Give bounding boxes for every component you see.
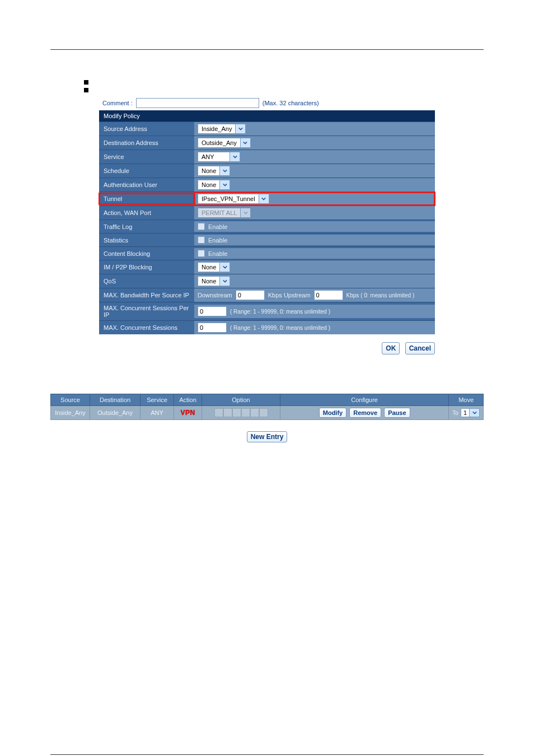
comment-input[interactable] bbox=[136, 98, 259, 108]
ok-button[interactable]: OK bbox=[382, 342, 400, 354]
select-value: PERMIT ALL bbox=[198, 209, 240, 216]
action-wan-select[interactable]: PERMIT ALL bbox=[198, 208, 251, 218]
action-wan-label: Action, WAN Port bbox=[99, 207, 194, 218]
max-sess-ip-label: MAX. Concurrent Sessions Per IP bbox=[99, 302, 194, 320]
tunnel-label: Tunnel bbox=[99, 193, 194, 204]
comment-row: Comment : (Max. 32 characters) bbox=[99, 96, 435, 110]
enable-text: Enable bbox=[208, 223, 227, 230]
max-bw-label: MAX. Bandwidth Per Source IP bbox=[99, 290, 194, 301]
source-address-select[interactable]: Inside_Any bbox=[198, 124, 246, 134]
select-value: None bbox=[198, 167, 219, 174]
bottom-divider bbox=[50, 754, 484, 755]
option-slot bbox=[241, 408, 250, 417]
source-address-label: Source Address bbox=[99, 123, 194, 134]
th-destination: Destination bbox=[90, 394, 140, 406]
upstream-input[interactable] bbox=[314, 290, 343, 300]
qos-label: QoS bbox=[99, 276, 194, 287]
bw-hint: Kbps ( 0: means unlimited ) bbox=[346, 292, 415, 298]
select-value: None bbox=[198, 264, 219, 270]
chevron-down-icon bbox=[469, 409, 479, 417]
pause-button[interactable]: Pause bbox=[384, 408, 410, 418]
th-source: Source bbox=[51, 394, 90, 406]
move-to-label: To bbox=[452, 410, 458, 416]
cell-service: ANY bbox=[140, 406, 174, 420]
im-p2p-label: IM / P2P Blocking bbox=[99, 262, 194, 273]
vpn-badge: VPN bbox=[180, 409, 195, 417]
chevron-down-icon bbox=[219, 277, 229, 286]
cell-destination: Outside_Any bbox=[90, 406, 140, 420]
enable-text: Enable bbox=[208, 250, 227, 257]
move-select[interactable]: 1 bbox=[461, 408, 480, 417]
select-value: Outside_Any bbox=[198, 139, 240, 146]
cell-move: To 1 bbox=[449, 406, 484, 420]
comment-label: Comment : bbox=[102, 100, 133, 106]
top-divider bbox=[50, 49, 484, 50]
downstream-label: Downstream bbox=[198, 292, 232, 298]
max-sess-input[interactable] bbox=[198, 323, 227, 333]
select-value: None bbox=[198, 181, 219, 188]
destination-address-label: Destination Address bbox=[99, 137, 194, 148]
th-action: Action bbox=[174, 394, 202, 406]
option-slot bbox=[214, 408, 223, 417]
select-value: None bbox=[198, 278, 219, 284]
downstream-input[interactable] bbox=[236, 290, 265, 300]
chevron-down-icon bbox=[240, 208, 250, 217]
option-slot bbox=[232, 408, 241, 417]
statistics-label: Statistics bbox=[99, 235, 194, 246]
option-slot bbox=[250, 408, 259, 417]
th-service: Service bbox=[140, 394, 174, 406]
section-title: Modify Policy bbox=[99, 110, 435, 122]
chevron-down-icon bbox=[229, 152, 240, 161]
im-p2p-select[interactable]: None bbox=[198, 262, 230, 272]
select-value: Inside_Any bbox=[198, 125, 235, 132]
cell-configure: Modify Remove Pause bbox=[280, 406, 449, 420]
content-blocking-label: Content Blocking bbox=[99, 248, 194, 259]
chevron-down-icon bbox=[240, 138, 250, 147]
cell-action: VPN bbox=[174, 406, 202, 420]
enable-text: Enable bbox=[208, 237, 227, 244]
tunnel-select[interactable]: IPsec_VPN_Tunnel bbox=[198, 194, 269, 204]
th-configure: Configure bbox=[280, 394, 449, 406]
cell-source: Inside_Any bbox=[51, 406, 90, 420]
max-sess-range: ( Range: 1 - 99999, 0: means unlimited ) bbox=[230, 325, 330, 331]
bullet-icon bbox=[84, 88, 88, 92]
table-row: Inside_Any Outside_Any ANY VPN bbox=[51, 406, 484, 420]
statistics-checkbox[interactable] bbox=[198, 236, 205, 244]
chevron-down-icon bbox=[219, 166, 229, 175]
cancel-button[interactable]: Cancel bbox=[405, 342, 435, 354]
max-sess-ip-input[interactable] bbox=[198, 306, 227, 316]
destination-address-select[interactable]: Outside_Any bbox=[198, 138, 251, 148]
select-value: ANY bbox=[198, 153, 229, 160]
auth-user-select[interactable]: None bbox=[198, 180, 230, 190]
schedule-select[interactable]: None bbox=[198, 166, 230, 176]
upstream-label: Kbps Upstream bbox=[268, 292, 311, 298]
auth-user-label: Authentication User bbox=[99, 179, 194, 190]
cell-option bbox=[202, 406, 280, 420]
schedule-label: Schedule bbox=[99, 165, 194, 176]
max-sess-ip-range: ( Range: 1 - 99999, 0: means unlimited ) bbox=[230, 309, 330, 315]
select-value: 1 bbox=[461, 409, 469, 416]
remove-button[interactable]: Remove bbox=[349, 408, 381, 418]
option-slot bbox=[223, 408, 232, 417]
option-slot bbox=[259, 408, 268, 417]
th-option: Option bbox=[202, 394, 280, 406]
service-select[interactable]: ANY bbox=[198, 152, 240, 162]
bullet-list bbox=[84, 80, 484, 92]
service-label: Service bbox=[99, 151, 194, 162]
content-blocking-checkbox[interactable] bbox=[198, 250, 205, 257]
bullet-icon bbox=[84, 80, 88, 85]
new-entry-button[interactable]: New Entry bbox=[247, 431, 288, 442]
chevron-down-icon bbox=[219, 263, 229, 272]
qos-select[interactable]: None bbox=[198, 276, 230, 286]
chevron-down-icon bbox=[235, 124, 245, 133]
traffic-log-checkbox[interactable] bbox=[198, 223, 205, 230]
chevron-down-icon bbox=[259, 194, 269, 203]
th-move: Move bbox=[449, 394, 484, 406]
policy-form: Comment : (Max. 32 characters) Modify Po… bbox=[99, 96, 435, 354]
traffic-log-label: Traffic Log bbox=[99, 221, 194, 232]
modify-button[interactable]: Modify bbox=[319, 408, 346, 418]
max-sess-label: MAX. Concurrent Sessions bbox=[99, 322, 194, 333]
select-value: IPsec_VPN_Tunnel bbox=[198, 195, 259, 202]
policy-table: Source Destination Service Action Option… bbox=[50, 394, 484, 420]
comment-hint: (Max. 32 characters) bbox=[263, 100, 319, 106]
